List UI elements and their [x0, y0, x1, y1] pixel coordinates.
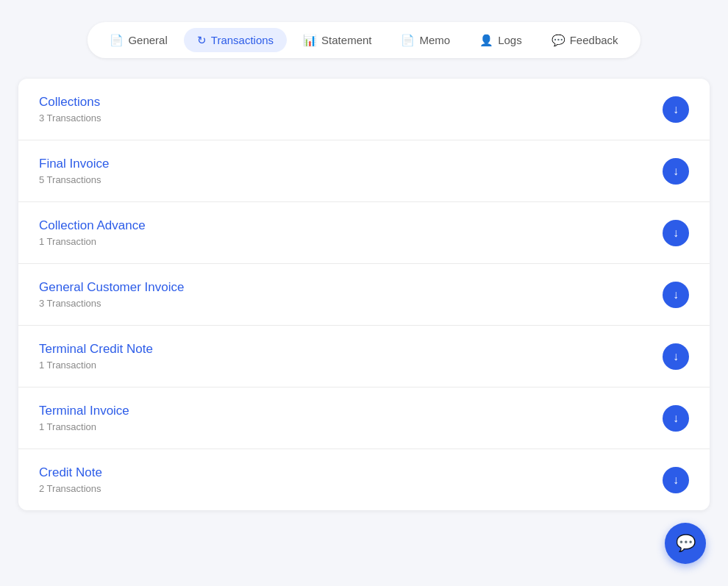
download-icon-general-customer-invoice: ↓ — [673, 289, 679, 301]
section-row-credit-note: Credit Note2 Transactions↓ — [18, 449, 710, 510]
section-row-collections: Collections3 Transactions↓ — [18, 79, 710, 140]
statement-icon: 📊 — [303, 35, 317, 46]
tab-statement[interactable]: 📊Statement — [290, 28, 385, 52]
download-icon-collection-advance: ↓ — [673, 227, 679, 239]
tab-general[interactable]: 📄General — [96, 28, 180, 52]
general-icon: 📄 — [110, 35, 124, 46]
section-row-final-invoice: Final Invoice5 Transactions↓ — [18, 140, 710, 202]
section-row-terminal-invoice: Terminal Invoice1 Transaction↓ — [18, 387, 710, 449]
section-row-collection-advance: Collection Advance1 Transaction↓ — [18, 202, 710, 264]
section-subtitle-final-invoice: 5 Transactions — [39, 174, 109, 185]
tab-label-feedback: Feedback — [570, 34, 618, 46]
section-info-collection-advance: Collection Advance1 Transaction — [39, 218, 146, 247]
section-title-terminal-invoice: Terminal Invoice — [39, 404, 129, 418]
section-info-general-customer-invoice: General Customer Invoice3 Transactions — [39, 280, 184, 309]
tab-feedback[interactable]: 💬Feedback — [538, 28, 632, 52]
fab-icon: 💬 — [676, 534, 696, 553]
tab-label-statement: Statement — [321, 34, 371, 46]
section-title-collections: Collections — [39, 95, 101, 110]
section-info-terminal-credit-note: Terminal Credit Note1 Transaction — [39, 342, 153, 371]
feedback-icon: 💬 — [552, 35, 565, 46]
download-icon-terminal-invoice: ↓ — [673, 412, 679, 424]
tab-transactions[interactable]: ↻Transactions — [184, 28, 287, 52]
tab-bar: 📄General↻Transactions📊Statement📄Memo👤Log… — [88, 22, 640, 58]
transactions-icon: ↻ — [197, 35, 207, 46]
download-button-credit-note[interactable]: ↓ — [663, 467, 689, 493]
tab-label-logs: Logs — [498, 34, 522, 46]
section-subtitle-collection-advance: 1 Transaction — [39, 236, 146, 247]
logs-icon: 👤 — [479, 35, 493, 46]
section-info-credit-note: Credit Note2 Transactions — [39, 465, 102, 494]
section-subtitle-collections: 3 Transactions — [39, 112, 101, 124]
fab-button[interactable]: 💬 — [665, 523, 706, 564]
download-button-terminal-credit-note[interactable]: ↓ — [663, 343, 689, 370]
memo-icon: 📄 — [401, 35, 415, 46]
download-button-terminal-invoice[interactable]: ↓ — [663, 405, 689, 432]
section-subtitle-general-customer-invoice: 3 Transactions — [39, 298, 184, 309]
section-title-credit-note: Credit Note — [39, 465, 102, 480]
section-info-final-invoice: Final Invoice5 Transactions — [39, 157, 109, 185]
section-title-terminal-credit-note: Terminal Credit Note — [39, 342, 153, 357]
download-button-collection-advance[interactable]: ↓ — [663, 220, 689, 246]
section-row-general-customer-invoice: General Customer Invoice3 Transactions↓ — [18, 264, 710, 326]
download-button-collections[interactable]: ↓ — [663, 96, 689, 123]
tab-logs[interactable]: 👤Logs — [466, 28, 535, 52]
tab-memo[interactable]: 📄Memo — [388, 28, 463, 52]
section-subtitle-terminal-invoice: 1 Transaction — [39, 421, 129, 432]
content-card: Collections3 Transactions↓Final Invoice5… — [18, 79, 710, 510]
download-icon-credit-note: ↓ — [673, 474, 679, 486]
section-info-terminal-invoice: Terminal Invoice1 Transaction — [39, 404, 129, 432]
tab-label-general: General — [128, 34, 167, 46]
section-row-terminal-credit-note: Terminal Credit Note1 Transaction↓ — [18, 326, 710, 387]
tab-label-memo: Memo — [419, 34, 450, 46]
section-subtitle-credit-note: 2 Transactions — [39, 483, 102, 494]
download-icon-collections: ↓ — [673, 104, 679, 115]
section-subtitle-terminal-credit-note: 1 Transaction — [39, 360, 153, 371]
section-title-final-invoice: Final Invoice — [39, 157, 109, 171]
download-icon-terminal-credit-note: ↓ — [673, 351, 679, 362]
download-icon-final-invoice: ↓ — [673, 165, 679, 177]
download-button-final-invoice[interactable]: ↓ — [663, 158, 689, 185]
section-info-collections: Collections3 Transactions — [39, 95, 101, 124]
tab-label-transactions: Transactions — [211, 34, 274, 46]
section-title-general-customer-invoice: General Customer Invoice — [39, 280, 184, 295]
download-button-general-customer-invoice[interactable]: ↓ — [663, 282, 689, 308]
section-title-collection-advance: Collection Advance — [39, 218, 146, 233]
